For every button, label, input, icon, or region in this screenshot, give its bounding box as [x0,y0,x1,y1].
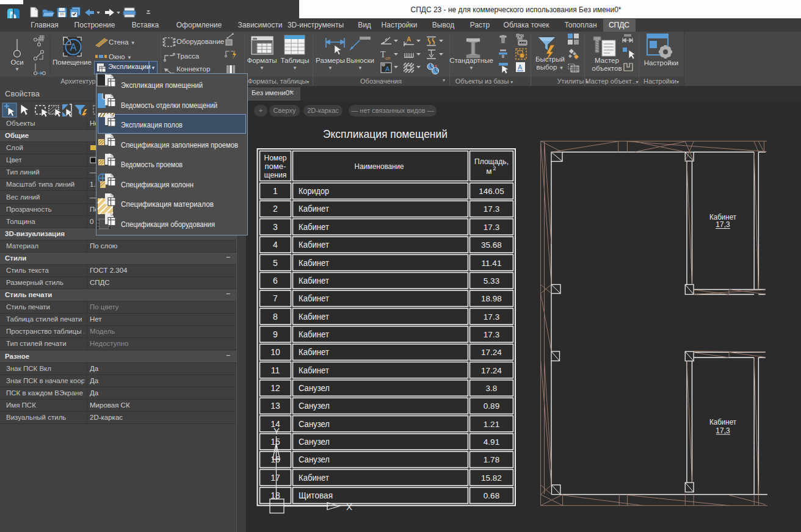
svg-text:11.41: 11.41 [482,259,502,268]
svg-text:Кабинет: Кабинет [299,312,330,322]
svg-text:2: 2 [273,204,278,214]
svg-text:Санузел: Санузел [299,419,330,429]
svg-text:Санузел: Санузел [299,383,330,393]
svg-text:м: м [486,167,491,176]
svg-text:10: 10 [270,347,280,357]
svg-text:1: 1 [273,186,278,196]
svg-text:7: 7 [273,293,278,303]
svg-text:X: X [346,501,352,512]
svg-text:Кабинет: Кабинет [299,240,330,250]
svg-text:A: A [518,63,523,71]
svg-text:1.21: 1.21 [484,420,499,429]
svg-text:Наименование: Наименование [355,162,404,171]
svg-text:13: 13 [270,401,280,411]
svg-text:Кабинет: Кабинет [299,473,330,483]
svg-text:15: 15 [270,437,280,447]
svg-text:Кабинет: Кабинет [299,365,330,375]
svg-text:A: A [70,42,77,52]
svg-text:Y: Y [274,426,280,436]
svg-text:17.3: 17.3 [484,204,499,214]
svg-text:щения: щения [264,170,287,179]
svg-text:17,3: 17,3 [716,220,730,229]
svg-text:Кабинет: Кабинет [709,418,736,426]
svg-text:3.8: 3.8 [486,384,498,393]
svg-text:Коридор: Коридор [299,186,329,196]
svg-text:сп: сп [385,56,390,61]
svg-text:12: 12 [270,383,280,393]
svg-text:4.91: 4.91 [484,437,499,447]
svg-text:17.24: 17.24 [481,366,502,375]
svg-text:A: A [407,36,411,43]
svg-text:0.89: 0.89 [484,401,499,411]
svg-text:17.3: 17.3 [484,312,499,322]
svg-text:Кабинет: Кабинет [299,276,330,286]
svg-text:Кабинет: Кабинет [299,329,330,339]
svg-text:Санузел: Санузел [299,401,330,411]
svg-text:Санузел: Санузел [299,437,330,447]
svg-text:Кабинет: Кабинет [299,258,330,268]
svg-text:4: 4 [273,240,278,250]
svg-text:35.68: 35.68 [481,240,502,250]
svg-text:Кабинет: Кабинет [299,222,330,232]
svg-text:Площадь,: Площадь, [474,157,509,166]
svg-text:8: 8 [273,312,278,322]
svg-text:3: 3 [273,222,278,232]
svg-text:Кабинет: Кабинет [299,347,330,357]
svg-text:2: 2 [493,165,496,171]
svg-text:11: 11 [271,365,280,375]
svg-text:17.3: 17.3 [484,223,499,232]
svg-text:Номер: Номер [264,153,287,162]
svg-text:9: 9 [273,329,278,339]
svg-text:A: A [385,65,390,73]
svg-text:18.98: 18.98 [481,294,502,303]
svg-text:Экспликация помещений: Экспликация помещений [323,128,448,140]
svg-text:поме-: поме- [265,162,286,171]
svg-text:Щитовая: Щитовая [299,491,333,500]
svg-text:1.78: 1.78 [484,455,499,464]
svg-text:17.24: 17.24 [481,348,502,357]
svg-text:146.05: 146.05 [479,187,504,196]
svg-text:5.33: 5.33 [484,276,499,286]
svg-text:0.68: 0.68 [484,491,499,500]
svg-text:6: 6 [273,276,278,286]
svg-text:5: 5 [273,258,278,268]
svg-text:17: 17 [270,473,280,483]
svg-text:17.3: 17.3 [484,330,499,339]
svg-text:Санузел: Санузел [299,455,330,464]
svg-text:Кабинет: Кабинет [299,204,330,214]
svg-text:15.82: 15.82 [481,473,502,483]
svg-text:17,3: 17,3 [716,426,730,435]
svg-text:Кабинет: Кабинет [299,293,330,303]
